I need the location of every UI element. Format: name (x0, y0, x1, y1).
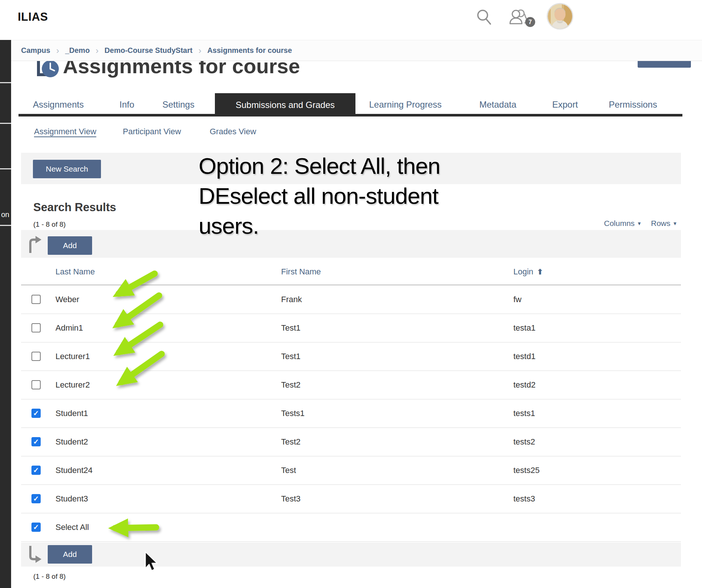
sort-ascending-icon: ⬆ (537, 267, 543, 276)
rows-dropdown[interactable]: Rows▼ (651, 219, 677, 228)
table-row-admin1: ✓ Admin1 Test1 testa1 (21, 314, 681, 342)
breadcrumb-item-course[interactable]: Demo-Course StudyStart (105, 46, 193, 55)
tab-settings[interactable]: Settings (162, 93, 195, 116)
add-button-top[interactable]: Add (48, 236, 92, 255)
subtab-assignment-view[interactable]: Assignment View (34, 124, 96, 139)
cell-login: fw (513, 285, 522, 314)
row-checkbox[interactable]: ✓ (31, 409, 41, 418)
cell-last-name: Lecturer2 (55, 371, 90, 399)
rail-label-fragment: on (1, 210, 9, 219)
table-row-weber: ✓ Weber Frank fw (21, 285, 681, 314)
column-header-login[interactable]: Login ⬆ (513, 259, 543, 284)
app-logo[interactable]: ILIAS (18, 10, 48, 24)
table-row-lecturer1: ✓ Lecturer1 Test1 testd1 (21, 342, 681, 371)
cell-last-name: Admin1 (55, 314, 83, 342)
result-count-bottom: (1 - 8 of 8) (33, 572, 66, 581)
cell-login: tests2 (513, 428, 535, 456)
search-icon[interactable] (476, 9, 493, 26)
columns-dropdown-label: Columns (604, 219, 635, 227)
check-icon: ✓ (33, 524, 39, 531)
search-results-table: Last Name First Name Login ⬆ ✓ Weber Fra… (21, 259, 681, 542)
breadcrumb-item-demo[interactable]: _Demo (65, 46, 90, 55)
cell-last-name: Student2 (55, 428, 88, 456)
column-header-first-name[interactable]: First Name (281, 259, 321, 284)
breadcrumb-item-current[interactable]: Assignments for course (207, 46, 292, 55)
column-header-last-name[interactable]: Last Name (55, 259, 95, 284)
columns-dropdown[interactable]: Columns▼ (604, 219, 642, 228)
tab-export[interactable]: Export (552, 93, 578, 116)
avatar-photo (548, 4, 572, 28)
cell-first-name: Tests1 (281, 399, 305, 428)
breadcrumb-item-campus[interactable]: Campus (21, 46, 50, 55)
check-icon: ✓ (33, 410, 39, 417)
tab-assignments[interactable]: Assignments (33, 93, 84, 116)
breadcrumb-separator-icon: › (96, 45, 99, 56)
rail-divider (0, 168, 11, 169)
cell-first-name: Test (281, 456, 296, 484)
cell-first-name: Frank (281, 285, 302, 314)
top-bar: ILIAS 7 (0, 0, 702, 40)
cell-first-name: Test1 (281, 342, 301, 371)
cell-login: tests3 (513, 485, 535, 513)
cell-last-name: Select All (55, 513, 89, 541)
table-row-select-all: ✓ Select All (21, 513, 681, 542)
left-nav-rail[interactable]: on (0, 40, 11, 588)
tab-submissions-and-grades[interactable]: Submissions and Grades (215, 93, 355, 116)
table-body: ✓ Weber Frank fw ✓ Admin1 Test1 testa1 ✓… (21, 285, 681, 542)
cell-login: testa1 (513, 314, 536, 342)
cell-login: testd1 (513, 342, 536, 371)
cell-last-name: Student3 (55, 485, 88, 513)
subtab-grades-view[interactable]: Grades View (210, 124, 256, 139)
rail-divider (0, 82, 11, 83)
row-checkbox[interactable]: ✓ (31, 295, 41, 304)
breadcrumb: Campus › _Demo › Demo-Course StudyStart … (0, 40, 702, 61)
cell-first-name: Test2 (281, 428, 301, 456)
search-toolbar (21, 153, 681, 184)
table-row-student2: ✓ Student2 Test2 tests2 (21, 428, 681, 456)
tab-learning-progress[interactable]: Learning Progress (369, 93, 442, 116)
breadcrumb-separator-icon: › (56, 45, 59, 56)
row-checkbox[interactable]: ✓ (31, 323, 41, 332)
table-row-student3: ✓ Student3 Test3 tests3 (21, 485, 681, 513)
tab-permissions[interactable]: Permissions (609, 93, 657, 116)
cell-first-name: Test3 (281, 485, 301, 513)
table-row-student1: ✓ Student1 Tests1 tests1 (21, 399, 681, 428)
check-icon: ✓ (33, 438, 39, 445)
notification-badge[interactable]: 7 (525, 17, 535, 27)
row-checkbox[interactable]: ✓ (31, 352, 41, 361)
cell-last-name: Lecturer1 (55, 342, 90, 371)
cell-first-name: Test2 (281, 371, 301, 399)
column-header-login-label: Login (513, 267, 533, 277)
rail-divider (0, 123, 11, 124)
subtab-participant-view[interactable]: Participant View (123, 124, 181, 139)
cell-first-name: Test1 (281, 314, 301, 342)
tab-info[interactable]: Info (119, 93, 134, 116)
row-checkbox[interactable]: ✓ (31, 380, 41, 389)
row-checkbox[interactable]: ✓ (31, 437, 41, 446)
table-row-student24: ✓ Student24 Test tests25 (21, 456, 681, 485)
new-search-button[interactable]: New Search (33, 160, 101, 178)
check-icon: ✓ (33, 495, 39, 502)
results-heading: Search Results (33, 201, 116, 214)
table-row-lecturer2: ✓ Lecturer2 Test2 testd2 (21, 371, 681, 399)
table-header-row: Last Name First Name Login ⬆ (21, 259, 681, 285)
row-checkbox[interactable]: ✓ (31, 523, 41, 532)
row-checkbox[interactable]: ✓ (31, 494, 41, 503)
result-count-top: (1 - 8 of 8) (33, 220, 66, 229)
rail-divider (0, 225, 11, 226)
tab-metadata[interactable]: Metadata (479, 93, 516, 116)
cell-last-name: Student1 (55, 399, 88, 428)
user-avatar[interactable] (547, 3, 573, 30)
cell-login: tests1 (513, 399, 535, 428)
breadcrumb-separator-icon: › (198, 45, 201, 56)
add-toolbar-bottom (21, 543, 681, 567)
add-button-bottom[interactable]: Add (48, 545, 92, 564)
row-checkbox[interactable]: ✓ (31, 466, 41, 475)
apply-to-selection-up-icon (27, 234, 43, 254)
cell-login: tests25 (513, 456, 540, 484)
cell-last-name: Student24 (55, 456, 92, 484)
annotation-line: DEselect all non-student (199, 181, 509, 211)
ilias-page: ILIAS 7 (0, 0, 702, 588)
check-icon: ✓ (33, 467, 39, 474)
apply-to-selection-down-icon (27, 545, 43, 564)
